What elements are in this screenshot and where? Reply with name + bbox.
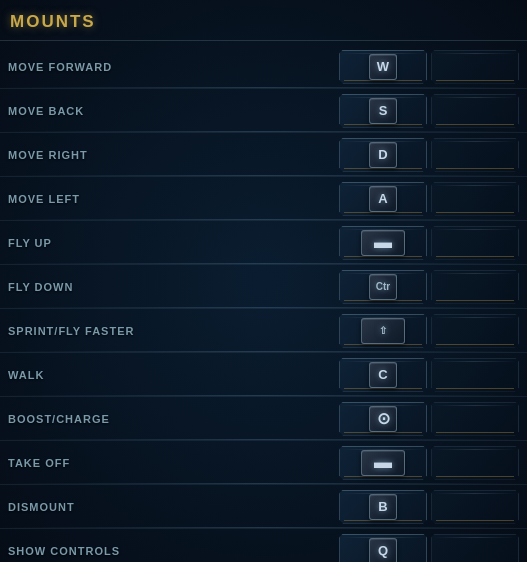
binding-row: MOVE BACKS [0, 89, 527, 133]
key-slot-background [431, 490, 519, 524]
primary-key-slot[interactable]: B [339, 490, 427, 524]
key-slots: Ctr [339, 270, 519, 304]
key-badge: C [369, 362, 397, 388]
binding-row: DISMOUNTB [0, 485, 527, 529]
binding-row: FLY DOWNCtr [0, 265, 527, 309]
action-name: MOVE FORWARD [8, 61, 339, 73]
primary-key-slot[interactable]: ▬ [339, 446, 427, 480]
key-badge: ⇧ [361, 318, 405, 344]
secondary-key-slot[interactable] [431, 402, 519, 436]
key-slot-background [431, 270, 519, 304]
action-name: FLY UP [8, 237, 339, 249]
secondary-key-slot[interactable] [431, 446, 519, 480]
key-slot-background [431, 138, 519, 172]
action-name: MOVE BACK [8, 105, 339, 117]
key-slots: ▬ [339, 446, 519, 480]
key-slots: B [339, 490, 519, 524]
action-name: SHOW CONTROLS [8, 545, 339, 557]
key-badge: D [369, 142, 397, 168]
secondary-key-slot[interactable] [431, 226, 519, 260]
bindings-list: MOVE FORWARDWMOVE BACKSMOVE RIGHTDMOVE L… [0, 45, 527, 562]
keybindings-panel: MOUNTS MOVE FORWARDWMOVE BACKSMOVE RIGHT… [0, 0, 527, 562]
secondary-key-slot[interactable] [431, 358, 519, 392]
binding-row: TAKE OFF▬ [0, 441, 527, 485]
secondary-key-slot[interactable] [431, 182, 519, 216]
secondary-key-slot[interactable] [431, 50, 519, 84]
key-slots: C [339, 358, 519, 392]
key-slot-background [431, 314, 519, 348]
binding-row: MOVE FORWARDW [0, 45, 527, 89]
secondary-key-slot[interactable] [431, 490, 519, 524]
key-slots: ⇧ [339, 314, 519, 348]
action-name: MOVE LEFT [8, 193, 339, 205]
key-badge: ▬ [361, 230, 405, 256]
binding-row: FLY UP▬ [0, 221, 527, 265]
key-slots: A [339, 182, 519, 216]
binding-row: BOOST/CHARGE⊙ [0, 397, 527, 441]
primary-key-slot[interactable]: ▬ [339, 226, 427, 260]
key-slot-background [431, 182, 519, 216]
key-slot-background [431, 402, 519, 436]
action-name: TAKE OFF [8, 457, 339, 469]
action-name: MOVE RIGHT [8, 149, 339, 161]
binding-row: MOVE RIGHTD [0, 133, 527, 177]
primary-key-slot[interactable]: ⇧ [339, 314, 427, 348]
secondary-key-slot[interactable] [431, 534, 519, 563]
panel-title: MOUNTS [10, 12, 96, 31]
key-badge: Q [369, 538, 397, 563]
primary-key-slot[interactable]: W [339, 50, 427, 84]
key-slots: W [339, 50, 519, 84]
binding-row: SHOW CONTROLSQ [0, 529, 527, 562]
key-badge: ⊙ [369, 406, 397, 432]
secondary-key-slot[interactable] [431, 138, 519, 172]
binding-row: SPRINT/FLY FASTER⇧ [0, 309, 527, 353]
secondary-key-slot[interactable] [431, 94, 519, 128]
key-slots: ⊙ [339, 402, 519, 436]
key-badge: Ctr [369, 274, 397, 300]
key-slots: S [339, 94, 519, 128]
key-slot-background [431, 358, 519, 392]
primary-key-slot[interactable]: ⊙ [339, 402, 427, 436]
primary-key-slot[interactable]: D [339, 138, 427, 172]
key-badge: B [369, 494, 397, 520]
key-slot-background [431, 226, 519, 260]
key-slot-background [431, 94, 519, 128]
key-slots: D [339, 138, 519, 172]
action-name: WALK [8, 369, 339, 381]
key-slots: ▬ [339, 226, 519, 260]
action-name: BOOST/CHARGE [8, 413, 339, 425]
key-badge: A [369, 186, 397, 212]
action-name: DISMOUNT [8, 501, 339, 513]
key-badge: S [369, 98, 397, 124]
primary-key-slot[interactable]: Q [339, 534, 427, 563]
secondary-key-slot[interactable] [431, 314, 519, 348]
key-slots: Q [339, 534, 519, 563]
key-badge: W [369, 54, 397, 80]
action-name: SPRINT/FLY FASTER [8, 325, 339, 337]
primary-key-slot[interactable]: C [339, 358, 427, 392]
primary-key-slot[interactable]: A [339, 182, 427, 216]
key-slot-background [431, 534, 519, 563]
key-slot-background [431, 446, 519, 480]
panel-header: MOUNTS [0, 8, 527, 41]
secondary-key-slot[interactable] [431, 270, 519, 304]
key-badge: ▬ [361, 450, 405, 476]
binding-row: WALKC [0, 353, 527, 397]
action-name: FLY DOWN [8, 281, 339, 293]
binding-row: MOVE LEFTA [0, 177, 527, 221]
primary-key-slot[interactable]: Ctr [339, 270, 427, 304]
primary-key-slot[interactable]: S [339, 94, 427, 128]
key-slot-background [431, 50, 519, 84]
